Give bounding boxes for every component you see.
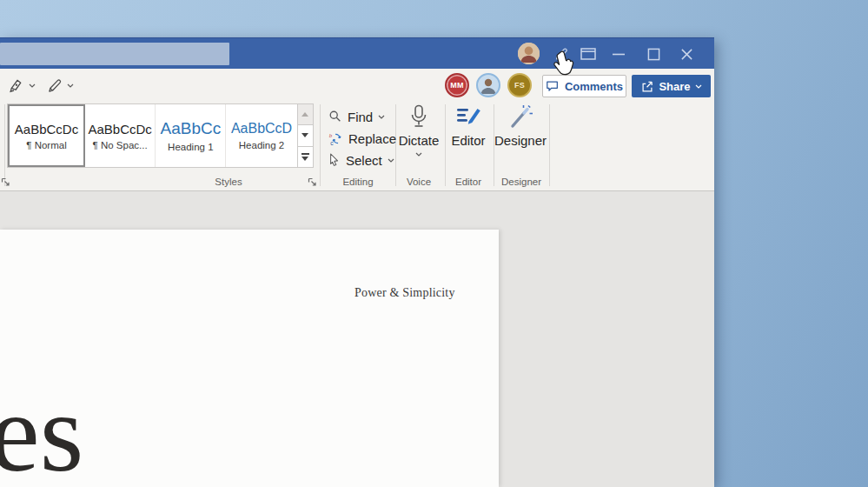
chevron-down-icon <box>378 115 385 119</box>
draw-pen-button[interactable] <box>47 76 74 95</box>
style-item-no-spacing[interactable]: AaBbCcDc ¶ No Spac... <box>85 104 156 167</box>
chevron-down-icon <box>29 83 36 88</box>
style-label: ¶ No Spac... <box>93 140 148 150</box>
dictate-button[interactable]: Dictate <box>395 103 442 187</box>
gallery-scroll-up-button[interactable] <box>298 104 313 125</box>
style-label: ¶ Normal <box>26 140 66 150</box>
select-label: Select <box>346 153 382 168</box>
dialog-launcher-button[interactable] <box>1 177 10 187</box>
gallery-more-button[interactable] <box>298 147 313 167</box>
document-page[interactable]: Power & Simplicity es <box>0 230 499 487</box>
hand-cursor <box>551 50 577 79</box>
style-sample: AaBbCcDc <box>15 122 78 137</box>
gallery-scrollbar <box>297 104 313 167</box>
close-button[interactable] <box>675 38 698 70</box>
chevron-down-icon <box>695 84 702 89</box>
account-avatar[interactable] <box>518 43 540 64</box>
ribbon: AaBbCcDc ¶ Normal AaBbCcDc ¶ No Spac... … <box>0 100 714 191</box>
collaborator-avatar-fs[interactable]: FS <box>507 73 532 97</box>
group-separator <box>4 104 5 186</box>
style-item-normal[interactable]: AaBbCcDc ¶ Normal <box>8 104 85 167</box>
style-label: Heading 2 <box>239 140 284 150</box>
styles-dialog-launcher-button[interactable] <box>308 177 317 187</box>
svg-text:b: b <box>329 132 333 138</box>
designer-button[interactable]: Designer <box>494 103 547 187</box>
collaborator-avatar-mm[interactable]: MM <box>445 73 469 97</box>
title-bar <box>0 37 714 69</box>
designer-label: Designer <box>494 133 547 148</box>
triangle-down-icon <box>301 133 308 137</box>
ribbon-display-options-button[interactable] <box>577 38 600 70</box>
ribbon-display-options-icon <box>580 48 596 60</box>
group-separator <box>320 104 321 186</box>
ink-pen-icon <box>9 77 25 94</box>
style-sample: AaBbCcDc <box>88 122 151 137</box>
style-sample: AaBbCc <box>160 119 221 138</box>
dialog-launcher-icon <box>308 177 317 187</box>
more-styles-icon <box>301 153 309 161</box>
triangle-up-icon <box>301 112 308 117</box>
share-label: Share <box>659 80 690 93</box>
chevron-down-icon <box>67 83 74 88</box>
editor-button[interactable]: Editor <box>445 103 492 187</box>
word-window: MM FS Comments Share <box>0 37 714 487</box>
magic-wand-icon <box>507 103 533 130</box>
comment-bubble-icon <box>546 80 560 93</box>
close-icon <box>680 48 693 61</box>
cursor-arrow-icon <box>328 153 341 167</box>
person-photo-icon <box>518 43 540 64</box>
ribbon-tab-row: MM FS Comments Share <box>0 69 714 100</box>
maximize-button[interactable] <box>642 38 665 70</box>
replace-button[interactable]: b c Replace <box>328 129 396 148</box>
share-icon <box>640 80 654 93</box>
maximize-icon <box>647 48 660 61</box>
minimize-icon <box>612 47 626 61</box>
document-header-text: Power & Simplicity <box>354 286 455 300</box>
find-label: Find <box>348 110 373 124</box>
chevron-down-icon <box>415 152 422 157</box>
styles-group-label: Styles <box>200 177 257 187</box>
style-item-heading2[interactable]: AaBbCcD Heading 2 <box>226 104 296 167</box>
replace-label: Replace <box>348 131 396 146</box>
replace-icon: b c <box>328 131 343 146</box>
designer-group-label: Designer <box>494 177 549 187</box>
editor-group-label: Editor <box>441 177 496 187</box>
collaborator-avatar-photo[interactable] <box>476 73 500 97</box>
group-separator <box>549 104 550 186</box>
voice-group-label: Voice <box>391 177 447 187</box>
titlebar-search-box[interactable] <box>0 43 229 65</box>
document-canvas: Power & Simplicity es <box>0 191 714 487</box>
style-item-heading1[interactable]: AaBbCc Heading 1 <box>156 104 226 167</box>
editor-label: Editor <box>451 133 485 148</box>
comments-label: Comments <box>565 80 623 93</box>
minimize-button[interactable] <box>607 38 630 70</box>
chevron-down-icon <box>388 158 394 163</box>
editing-group-label: Editing <box>330 177 386 187</box>
find-button[interactable]: Find <box>328 107 385 126</box>
dialog-launcher-icon <box>1 177 10 187</box>
dictate-label: Dictate <box>399 133 440 148</box>
style-sample: AaBbCcD <box>231 121 292 137</box>
microphone-icon <box>408 103 429 130</box>
share-button[interactable]: Share <box>632 75 711 97</box>
search-icon <box>328 110 342 123</box>
ink-tool-button[interactable] <box>9 76 36 95</box>
styles-gallery: AaBbCcDc ¶ Normal AaBbCcDc ¶ No Spac... … <box>7 103 314 168</box>
select-button[interactable]: Select <box>328 150 394 170</box>
gallery-scroll-down-button[interactable] <box>298 125 313 146</box>
editor-pencil-icon <box>455 103 481 130</box>
style-label: Heading 1 <box>168 142 213 152</box>
document-body-fragment: es <box>0 376 83 487</box>
person-photo-icon <box>478 75 499 96</box>
pencil-icon <box>47 77 63 94</box>
